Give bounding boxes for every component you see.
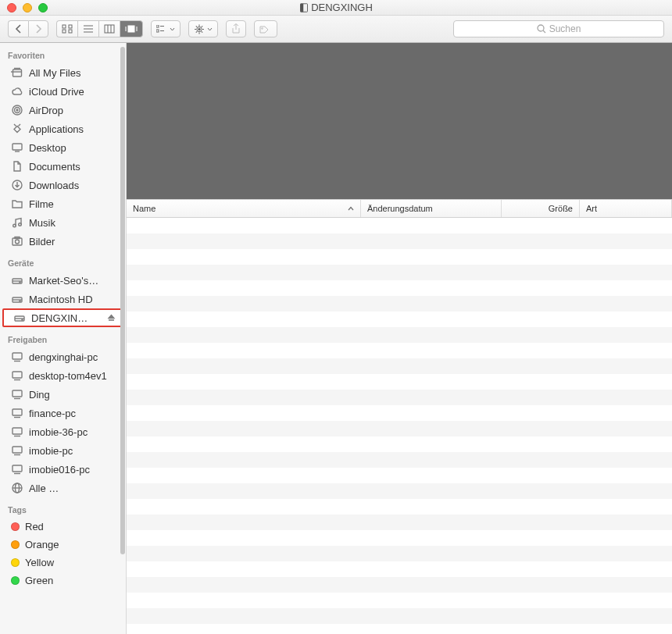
sidebar-item-favorites-7[interactable]: Filme bbox=[0, 194, 126, 213]
sidebar-item-label: desktop-tom4ev1 bbox=[29, 370, 107, 382]
column-name[interactable]: Name bbox=[127, 200, 361, 217]
sidebar-item-shared-6[interactable]: imobie016-pc bbox=[0, 460, 126, 479]
sidebar-item-label: imobie-pc bbox=[29, 445, 73, 457]
sidebar-item-favorites-2[interactable]: AirDrop bbox=[0, 101, 126, 119]
eject-icon[interactable] bbox=[107, 314, 116, 322]
main-content: Name Änderungsdatum Größe Art bbox=[127, 43, 672, 634]
arrange-button[interactable] bbox=[151, 20, 181, 37]
sidebar-item-devices-0[interactable]: Market-Seo's… bbox=[0, 271, 126, 290]
sidebar-item-favorites-3[interactable]: Applications bbox=[0, 119, 126, 138]
svg-rect-56 bbox=[13, 353, 22, 359]
sidebar-item-label: Musik bbox=[29, 217, 55, 229]
section-devices-heading: Geräte bbox=[0, 251, 126, 271]
table-row bbox=[127, 265, 672, 280]
sidebar-item-favorites-4[interactable]: Desktop bbox=[0, 138, 126, 157]
window-title-text: DENGXINGH bbox=[311, 2, 373, 13]
file-list[interactable] bbox=[127, 218, 672, 634]
table-row bbox=[127, 499, 672, 515]
pictures-icon bbox=[11, 235, 23, 248]
sidebar-item-label: imobie-36-pc bbox=[29, 426, 88, 438]
sidebar-item-label: Downloads bbox=[29, 180, 79, 191]
icon-view-button[interactable] bbox=[56, 20, 77, 37]
sidebar-item-favorites-9[interactable]: Bilder bbox=[0, 232, 126, 251]
column-date[interactable]: Änderungsdatum bbox=[361, 200, 502, 217]
svg-rect-1 bbox=[301, 4, 304, 12]
column-view-button[interactable] bbox=[98, 20, 120, 37]
column-kind[interactable]: Art bbox=[580, 200, 672, 217]
action-button[interactable] bbox=[188, 20, 218, 37]
coverflow-view-button[interactable] bbox=[120, 20, 143, 37]
svg-point-54 bbox=[22, 319, 23, 320]
tag-dot-icon bbox=[11, 576, 20, 585]
svg-point-42 bbox=[19, 223, 22, 226]
table-row bbox=[127, 405, 672, 421]
sidebar-item-shared-3[interactable]: finance-pc bbox=[0, 404, 126, 422]
svg-rect-12 bbox=[128, 26, 134, 32]
sidebar-item-devices-2[interactable]: DENGXIN… bbox=[2, 308, 123, 327]
sidebar-item-label: Macintosh HD bbox=[29, 294, 93, 305]
action-group bbox=[188, 20, 218, 37]
sidebar-item-label: iCloud Drive bbox=[29, 86, 84, 98]
sidebar-item-favorites-1[interactable]: iCloud Drive bbox=[0, 82, 126, 101]
forward-button[interactable] bbox=[28, 20, 48, 37]
sidebar-item-shared-4[interactable]: imobie-36-pc bbox=[0, 422, 126, 441]
desktop-icon bbox=[11, 141, 23, 154]
sidebar-item-favorites-5[interactable]: Documents bbox=[0, 157, 126, 176]
cloud-icon bbox=[11, 85, 23, 98]
sidebar-item-label: AirDrop bbox=[29, 105, 63, 116]
sidebar-item-shared-1[interactable]: desktop-tom4ev1 bbox=[0, 366, 126, 385]
table-row bbox=[127, 358, 672, 374]
table-row bbox=[127, 436, 672, 452]
sidebar-item-label: All My Files bbox=[29, 67, 80, 79]
table-row bbox=[127, 468, 672, 483]
list-view-button[interactable] bbox=[77, 20, 98, 37]
column-size[interactable]: Größe bbox=[502, 200, 580, 217]
svg-rect-38 bbox=[13, 144, 22, 150]
sidebar-item-label: Documents bbox=[29, 161, 80, 173]
table-row bbox=[127, 546, 672, 561]
drive-icon bbox=[13, 312, 26, 324]
tags-button[interactable] bbox=[254, 20, 277, 37]
svg-line-31 bbox=[543, 30, 545, 33]
sidebar-tag-2[interactable]: Yellow bbox=[0, 554, 126, 572]
svg-line-28 bbox=[202, 26, 202, 27]
sidebar-item-shared-7[interactable]: Alle … bbox=[0, 479, 126, 497]
svg-point-20 bbox=[198, 28, 201, 30]
sidebar-item-shared-5[interactable]: imobie-pc bbox=[0, 441, 126, 460]
svg-point-41 bbox=[13, 224, 16, 227]
sidebar-item-label: Desktop bbox=[29, 142, 66, 154]
sidebar-item-shared-2[interactable]: Ding bbox=[0, 385, 126, 404]
search-field[interactable]: Suchen bbox=[453, 20, 664, 37]
sidebar-item-label: Applications bbox=[29, 123, 84, 135]
sidebar-item-label: Market-Seo's… bbox=[29, 275, 98, 287]
sidebar-item-label: dengxinghai-pc bbox=[29, 351, 98, 363]
svg-rect-62 bbox=[13, 409, 22, 415]
svg-rect-4 bbox=[63, 30, 66, 33]
sidebar-tag-0[interactable]: Red bbox=[0, 518, 126, 536]
sidebar-item-favorites-6[interactable]: Downloads bbox=[0, 176, 126, 194]
sidebar-tag-1[interactable]: Orange bbox=[0, 536, 126, 554]
svg-rect-32 bbox=[13, 69, 22, 77]
sidebar-tag-3[interactable]: Green bbox=[0, 572, 126, 589]
list-header: Name Änderungsdatum Größe Art bbox=[127, 199, 672, 218]
sort-indicator-icon bbox=[348, 206, 354, 212]
tag-dot-icon bbox=[11, 558, 20, 567]
coverflow-preview[interactable] bbox=[127, 43, 672, 199]
svg-point-48 bbox=[20, 282, 20, 283]
sidebar-item-favorites-8[interactable]: Musik bbox=[0, 213, 126, 232]
share-button[interactable] bbox=[226, 20, 246, 37]
sidebar-item-favorites-0[interactable]: All My Files bbox=[0, 63, 126, 82]
sidebar-item-label: imobie016-pc bbox=[29, 464, 90, 476]
back-button[interactable] bbox=[8, 20, 28, 37]
svg-point-30 bbox=[538, 25, 544, 31]
globe-icon bbox=[11, 482, 23, 494]
downloads-icon bbox=[11, 179, 23, 191]
svg-point-44 bbox=[16, 240, 20, 244]
sidebar-item-shared-0[interactable]: dengxinghai-pc bbox=[0, 347, 126, 366]
all-my-files-icon bbox=[11, 66, 23, 79]
sidebar-item-devices-1[interactable]: Macintosh HD bbox=[0, 290, 126, 308]
tag-label: Green bbox=[25, 575, 53, 586]
sidebar-item-label: Bilder bbox=[29, 236, 55, 248]
table-row bbox=[127, 233, 672, 249]
search-placeholder: Suchen bbox=[549, 23, 581, 34]
